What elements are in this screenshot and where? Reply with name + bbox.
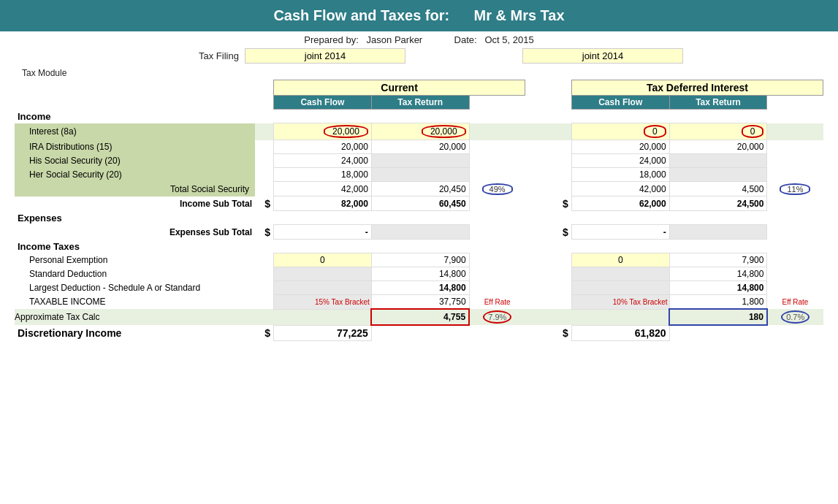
expenses-subtotal-tdi: - xyxy=(571,225,669,240)
total-ss-tdi-tr: 4,500 xyxy=(669,182,767,196)
income-section-header: Income xyxy=(15,110,823,123)
discretionary-dollar: $ xyxy=(255,325,273,340)
income-taxes-label: Income Taxes xyxy=(15,240,255,253)
current-group-header: Current xyxy=(274,80,525,96)
page-wrapper: Cash Flow and Taxes for: Mr & Mrs Tax Pr… xyxy=(0,0,838,341)
expenses-section-header: Expenses xyxy=(15,211,823,225)
table-row: Her Social Security (20) 18,000 18,000 xyxy=(15,168,823,182)
personal-exemption-tdi-yellow: 0 xyxy=(571,253,669,267)
her-ss-current-tr xyxy=(371,168,469,182)
personal-exemption-current-tr: 7,900 xyxy=(371,253,469,267)
income-subtotal-row: Income Sub Total $ 82,000 60,450 $ 62,00… xyxy=(15,196,823,211)
table-row: IRA Distributions (15) 20,000 20,000 20,… xyxy=(15,140,823,154)
income-subtotal-label: Income Sub Total xyxy=(15,196,255,211)
interest-current-tr: 20,000 xyxy=(371,123,469,140)
std-deduction-current-cf xyxy=(274,267,372,281)
current-taxreturn-header: Tax Return xyxy=(371,96,469,110)
table-row: Standard Deduction 14,800 14,800 xyxy=(15,267,823,281)
table-row: Total Social Security 42,000 20,450 49% … xyxy=(15,182,823,196)
approx-tax-current-tr: 4,755 xyxy=(371,309,469,325)
discretionary-current-value: 77,225 xyxy=(274,325,372,340)
total-ss-tdi-cf: 42,000 xyxy=(571,182,669,196)
taxable-income-tdi-bracket: 10% Tax Bracket xyxy=(571,295,669,310)
date-value: Oct 5, 2015 xyxy=(484,34,533,45)
taxable-income-current-tr: 37,750 xyxy=(371,295,469,310)
expenses-subtotal-row: Expenses Sub Total $ - $ - xyxy=(15,225,823,240)
table-row: Personal Exemption 0 7,900 0 7,900 xyxy=(15,253,823,267)
tax-filing-label: Tax Filing xyxy=(199,50,239,61)
expenses-subtotal-tdi-dollar: $ xyxy=(553,225,571,240)
personal-exemption-tdi-tr: 7,900 xyxy=(669,253,767,267)
ira-current-tr: 20,000 xyxy=(371,140,469,154)
her-ss-tdi-cf: 18,000 xyxy=(571,168,669,182)
approx-tax-tdi-pct: 0.7% xyxy=(781,310,810,324)
tdi-group-header: Tax Deferred Interest xyxy=(571,80,823,96)
interest-current-cf: 20,000 xyxy=(274,123,372,140)
ira-tdi-tr: 20,000 xyxy=(669,140,767,154)
header-bar: Cash Flow and Taxes for: Mr & Mrs Tax xyxy=(0,0,838,31)
approx-tax-current-pct: 7.9% xyxy=(483,310,511,324)
his-ss-tdi-tr xyxy=(669,154,767,168)
ss-current-pct-badge: 49% xyxy=(482,183,513,195)
approx-tax-label: Approximate Tax Calc xyxy=(15,309,255,325)
income-subtotal-tdi-dollar: $ xyxy=(553,196,571,211)
largest-deduction-current-cf xyxy=(274,281,372,295)
taxable-income-eff-rate: Eff Rate xyxy=(469,295,525,310)
tdi-cashflow-header: Cash Flow xyxy=(571,96,669,110)
interest-tdi-cf-circle: 0 xyxy=(644,125,666,138)
interest-tdi-tr-circle: 0 xyxy=(742,125,764,138)
largest-deduction-tdi-cf xyxy=(571,281,669,295)
ss-tdi-pct-badge: 11% xyxy=(780,183,810,195)
discretionary-tdi-dollar: $ xyxy=(553,325,571,340)
income-subtotal-tdi-cf: 62,000 xyxy=(571,196,669,211)
preparer-name: Jason Parker xyxy=(367,34,423,45)
prepared-by-label: Prepared by: xyxy=(304,34,358,45)
interest-cf-circle: 20,000 xyxy=(324,125,368,138)
largest-deduction-current-tr: 14,800 xyxy=(371,281,469,295)
table-row: His Social Security (20) 24,000 24,000 xyxy=(15,154,823,168)
std-deduction-current-tr: 14,800 xyxy=(371,267,469,281)
header-name: Mr & Mrs Tax xyxy=(474,7,565,23)
income-label: Income xyxy=(15,110,255,123)
subheader: Prepared by: Jason Parker Date: Oct 5, 2… xyxy=(0,31,838,47)
largest-deduction-tdi-tr: 14,800 xyxy=(669,281,767,295)
total-ss-label: Total Social Security xyxy=(15,182,255,196)
her-ss-label: Her Social Security (20) xyxy=(15,168,255,182)
taxable-income-label: TAXABLE INCOME xyxy=(15,295,255,310)
her-ss-current-cf: 18,000 xyxy=(274,168,372,182)
his-ss-current-tr xyxy=(371,154,469,168)
personal-exemption-label: Personal Exemption xyxy=(15,253,255,267)
his-ss-current-cf: 24,000 xyxy=(274,154,372,168)
his-ss-tdi-cf: 24,000 xyxy=(571,154,669,168)
approx-tax-row: Approximate Tax Calc 4,755 7.9% 180 0.7% xyxy=(15,309,823,325)
income-taxes-section-header: Income Taxes xyxy=(15,240,823,253)
total-ss-current-tr: 20,450 xyxy=(371,182,469,196)
ira-tdi-cf: 20,000 xyxy=(571,140,669,154)
her-ss-tdi-tr xyxy=(669,168,767,182)
interest-label: Interest (8a) xyxy=(15,123,255,140)
income-subtotal-tdi-tr: 24,500 xyxy=(669,196,767,211)
std-deduction-tdi-cf xyxy=(571,267,669,281)
discretionary-income-row: Discretionary Income $ 77,225 $ 61,820 xyxy=(15,325,823,340)
current-cashflow-header: Cash Flow xyxy=(274,96,372,110)
discretionary-tdi-value: 61,820 xyxy=(571,325,669,340)
col-group-header-row: Current Tax Deferred Interest xyxy=(15,80,823,96)
expenses-subtotal-current: - xyxy=(274,225,372,240)
total-ss-current-cf: 42,000 xyxy=(274,182,372,196)
col-sub-header-row: Cash Flow Tax Return Cash Flow Tax Retur… xyxy=(15,96,823,110)
his-ss-label: His Social Security (20) xyxy=(15,154,255,168)
income-subtotal-current-tr: 60,450 xyxy=(371,196,469,211)
expenses-label: Expenses xyxy=(15,211,255,225)
table-row: Interest (8a) 20,000 20,000 0 xyxy=(15,123,823,140)
main-table: Current Tax Deferred Interest Cash Flow … xyxy=(15,80,823,341)
discretionary-label: Discretionary Income xyxy=(15,325,255,340)
date-label: Date: xyxy=(454,34,477,45)
interest-tdi-tr: 0 xyxy=(669,123,767,140)
header-title: Cash Flow and Taxes for: xyxy=(273,7,449,23)
largest-deduction-label: Largest Deduction - Schedule A or Standa… xyxy=(15,281,255,295)
table-row: Largest Deduction - Schedule A or Standa… xyxy=(15,281,823,295)
table-row: TAXABLE INCOME 15% Tax Bracket 37,750 Ef… xyxy=(15,295,823,310)
standard-deduction-label: Standard Deduction xyxy=(15,267,255,281)
tdi-taxreturn-header: Tax Return xyxy=(669,96,767,110)
std-deduction-tdi-tr: 14,800 xyxy=(669,267,767,281)
